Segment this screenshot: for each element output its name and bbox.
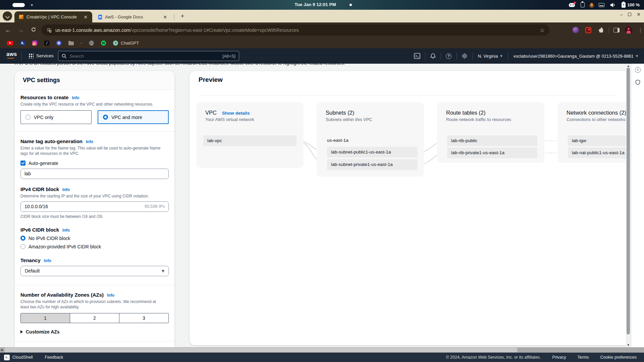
services-grid-icon[interactable] xyxy=(29,53,34,58)
tab-close-icon[interactable]: ✕ xyxy=(162,14,168,20)
tiktok-bookmark-icon[interactable]: ♪ xyxy=(44,41,49,46)
discord-icon[interactable] xyxy=(569,3,575,7)
help-button[interactable]: ? xyxy=(441,53,457,59)
shield-panel-icon[interactable] xyxy=(635,79,641,85)
search-input[interactable] xyxy=(69,54,222,59)
az-option-3[interactable]: 3 xyxy=(119,313,168,323)
footer-feedback-button[interactable]: Feedback xyxy=(45,355,63,360)
scroll-left-icon[interactable]: ◀ xyxy=(0,348,3,352)
aws-logo[interactable]: aws xyxy=(6,51,17,59)
globe-bookmark-icon[interactable] xyxy=(89,41,94,46)
instagram-bookmark-icon[interactable] xyxy=(32,41,37,46)
site-settings-icon[interactable] xyxy=(47,28,51,32)
speaker-icon[interactable] xyxy=(610,2,616,8)
radio-unselected-icon[interactable] xyxy=(25,115,31,120)
keyboard-icon[interactable] xyxy=(599,3,604,7)
profile-avatar[interactable] xyxy=(625,26,632,34)
bookmark-star-icon[interactable]: ☆ xyxy=(540,27,545,34)
restore-button[interactable] xyxy=(628,13,631,16)
scroll-down-icon[interactable]: ▼ xyxy=(626,344,631,347)
clipboard-icon[interactable] xyxy=(581,2,585,7)
close-window-button[interactable]: ✕ xyxy=(637,12,641,17)
footer-cloudshell-button[interactable]: CloudShell xyxy=(12,355,33,360)
horizontal-scrollbar[interactable]: ◀ xyxy=(0,347,644,353)
ipv4-cidr-field[interactable]: 65,536 IPs xyxy=(20,201,169,212)
side-panel-icon[interactable] xyxy=(613,28,620,33)
tab-close-icon[interactable]: ✕ xyxy=(82,14,89,20)
show-details-link[interactable]: Show details xyxy=(222,111,250,116)
no-ipv6-option[interactable]: No IPv6 CIDR block xyxy=(20,236,169,241)
vpc-only-option[interactable]: VPC only xyxy=(20,110,92,124)
microphone-icon[interactable] xyxy=(590,3,593,7)
az-option-2[interactable]: 2 xyxy=(70,313,119,323)
chatgpt-bookmark-label[interactable]: ChatGPT xyxy=(121,41,139,46)
info-link[interactable]: Info xyxy=(62,228,70,233)
blue-app-bookmark-icon[interactable] xyxy=(56,41,61,46)
system-clock[interactable]: Tue Jan 9 12:01 PM xyxy=(288,2,342,7)
bookmarks-folder-icon[interactable] xyxy=(68,42,74,45)
checkbox-checked-icon[interactable] xyxy=(20,161,25,166)
az-option-1[interactable]: 1 xyxy=(21,313,70,323)
nat-gateway-item[interactable]: lab-nat-public1-us-east-1a xyxy=(568,147,627,158)
reload-button[interactable] xyxy=(29,25,38,35)
info-link[interactable]: Info xyxy=(72,96,79,100)
info-link[interactable]: Info xyxy=(107,293,114,298)
footer-privacy-link[interactable]: Privacy xyxy=(552,355,566,360)
system-tray[interactable]: 100 % xyxy=(569,0,640,10)
customize-azs-expander[interactable]: Customize AZs xyxy=(20,329,169,335)
scroll-up-icon[interactable]: ▲ xyxy=(626,64,631,67)
amazon-ipv6-option[interactable]: Amazon-provided IPv6 CIDR block xyxy=(20,244,169,249)
battery-indicator[interactable]: 100 % xyxy=(622,2,640,8)
radio-unselected-icon[interactable] xyxy=(20,244,25,249)
horizontal-scrollbar-thumb[interactable] xyxy=(5,348,517,352)
extension-red-icon[interactable] xyxy=(585,27,591,33)
extension-purple-icon[interactable] xyxy=(573,27,579,33)
account-menu[interactable]: voclabs/user2981860=Gauranga_Gautam @ 02… xyxy=(508,54,644,59)
window-controls[interactable]: – ✕ xyxy=(620,12,641,17)
browser-menu-icon[interactable]: ⋮ xyxy=(638,29,640,31)
region-selector[interactable]: N. Virginia▼ xyxy=(473,54,508,59)
tab-search-button[interactable] xyxy=(3,11,12,21)
tab-vpc-console[interactable]: CreateVpc | VPC Console ✕ xyxy=(14,11,92,22)
notifications-bell-button[interactable] xyxy=(425,53,441,59)
tab-google-docs[interactable]: AwS - Google Docs ✕ xyxy=(94,11,172,22)
forward-button[interactable]: → xyxy=(16,25,25,35)
private-route-table-item[interactable]: lab-rtb-private1-us-east-1a xyxy=(447,147,537,158)
info-link[interactable]: Info xyxy=(44,258,51,263)
footer-cookie-preferences-link[interactable]: Cookie preferences xyxy=(600,355,637,360)
services-menu[interactable]: Services xyxy=(36,53,54,58)
cloudshell-header-button[interactable] xyxy=(410,53,425,59)
settings-gear-button[interactable] xyxy=(457,53,472,59)
radio-selected-icon[interactable] xyxy=(103,115,108,120)
a-site-bookmark-icon[interactable]: A. xyxy=(20,41,25,46)
new-tab-button[interactable]: + xyxy=(178,12,187,20)
internet-gateway-item[interactable]: lab-igw xyxy=(568,135,627,146)
name-tag-field[interactable] xyxy=(20,169,169,179)
extensions-puzzle-icon[interactable] xyxy=(598,27,605,34)
vpc-and-more-option[interactable]: VPC and more xyxy=(98,110,169,124)
activities-pill[interactable] xyxy=(12,3,25,7)
vertical-scrollbar[interactable]: ▲ ▼ xyxy=(626,64,631,347)
auto-generate-checkbox-row[interactable]: Auto-generate xyxy=(20,161,169,166)
private-subnet-item[interactable]: lab-subnet-private1-us-east-1a xyxy=(327,159,418,170)
back-button[interactable]: ← xyxy=(3,25,13,35)
address-bar[interactable]: us-east-1.console.aws.amazon.com/vpccons… xyxy=(42,24,549,36)
minimize-button[interactable]: – xyxy=(620,12,623,17)
info-link[interactable]: Info xyxy=(86,139,93,144)
vpc-resource-item[interactable]: lab-vpc xyxy=(203,135,297,146)
chatgpt-bookmark-icon[interactable]: ✳ xyxy=(113,41,118,46)
youtube-bookmark-icon[interactable] xyxy=(7,41,13,45)
url-text[interactable]: us-east-1.console.aws.amazon.com/vpccons… xyxy=(55,27,540,33)
dot-bookmark-icon[interactable] xyxy=(81,43,82,44)
name-tag-input[interactable] xyxy=(24,171,165,176)
info-panel-icon[interactable]: i xyxy=(635,67,641,73)
info-link[interactable]: Info xyxy=(62,187,70,192)
tenancy-select[interactable]: Default▼ xyxy=(20,266,169,276)
vertical-scrollbar-thumb[interactable] xyxy=(627,68,630,335)
ipv4-cidr-input[interactable] xyxy=(24,204,145,209)
radio-selected-icon[interactable] xyxy=(20,236,25,241)
public-route-table-item[interactable]: lab-rtb-public xyxy=(447,135,537,146)
public-subnet-item[interactable]: lab-subnet-public1-us-east-1a xyxy=(327,147,418,158)
console-search[interactable]: [Alt+S] xyxy=(58,51,239,61)
spotify-bookmark-icon[interactable] xyxy=(101,41,106,46)
